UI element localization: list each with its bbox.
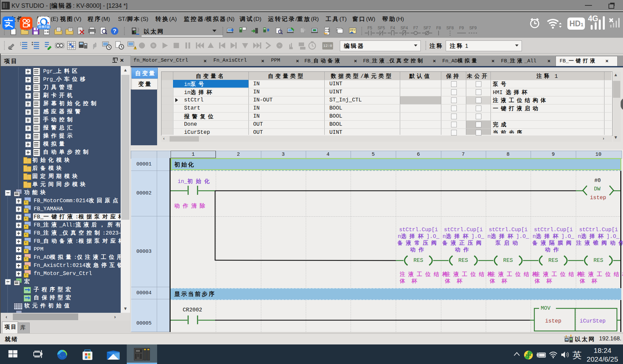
svg-text:DEV: DEV: [350, 28, 356, 31]
svg-text:?: ?: [113, 28, 116, 34]
